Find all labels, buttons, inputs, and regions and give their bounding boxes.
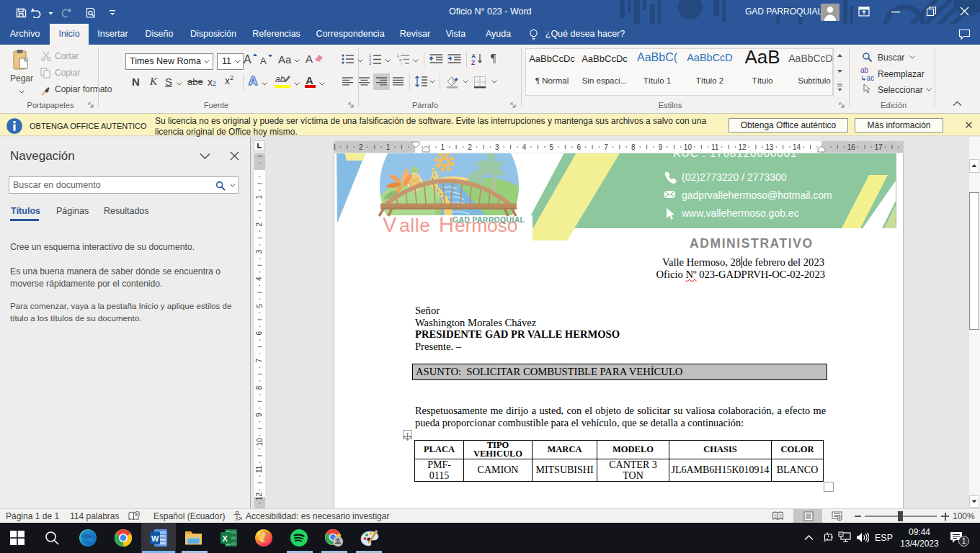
svg-text:10: 10 — [684, 143, 692, 151]
svg-text:1: 1 — [256, 195, 264, 199]
svg-text:6: 6 — [256, 331, 264, 336]
svg-text:Z: Z — [471, 59, 475, 66]
svg-text:6: 6 — [576, 143, 581, 151]
svg-text:1: 1 — [440, 143, 445, 151]
svg-text:4: 4 — [256, 276, 264, 281]
svg-text:W: W — [151, 534, 159, 543]
svg-text:2: 2 — [256, 222, 264, 226]
svg-text:14: 14 — [793, 143, 801, 151]
svg-text:2: 2 — [359, 143, 363, 151]
svg-text:RUC : 1768126000001: RUC : 1768126000001 — [673, 153, 797, 159]
svg-text:alle: alle — [399, 215, 431, 236]
svg-text:GAD PARROQUIAL: GAD PARROQUIAL — [453, 215, 525, 224]
svg-text:H: H — [439, 213, 454, 236]
svg-text:11: 11 — [256, 465, 264, 473]
svg-text:10: 10 — [256, 438, 264, 446]
svg-text:2: 2 — [468, 143, 472, 151]
svg-text:X: X — [223, 534, 228, 543]
svg-text:3: 3 — [334, 143, 336, 151]
svg-text:8: 8 — [256, 385, 264, 390]
svg-text:5: 5 — [256, 304, 264, 308]
svg-text:7: 7 — [604, 143, 608, 151]
svg-text:11: 11 — [711, 143, 719, 151]
svg-text:ADMINISTRATIVO: ADMINISTRATIVO — [690, 236, 814, 251]
svg-text:17: 17 — [874, 143, 883, 151]
svg-text:gadprvallehermoso@hotmail.com: gadprvallehermoso@hotmail.com — [682, 189, 832, 201]
svg-text:(02)2773220 / 2773300: (02)2773220 / 2773300 — [682, 171, 787, 183]
svg-text:12: 12 — [738, 143, 747, 151]
svg-text:www.vallehermoso.gob.ec: www.vallehermoso.gob.ec — [681, 207, 799, 219]
svg-text:16: 16 — [847, 143, 856, 151]
svg-text:13: 13 — [765, 143, 774, 151]
svg-text:9: 9 — [256, 413, 264, 417]
svg-text:8: 8 — [631, 143, 636, 151]
svg-text:12: 12 — [256, 493, 264, 501]
svg-text:3: 3 — [256, 249, 264, 253]
svg-text:V: V — [383, 213, 397, 236]
svg-text:4: 4 — [522, 143, 527, 151]
svg-text:i: i — [401, 61, 402, 65]
svg-text:3: 3 — [369, 61, 371, 65]
svg-text:9: 9 — [659, 143, 663, 151]
svg-text:1: 1 — [386, 143, 391, 151]
svg-text:3: 3 — [495, 143, 499, 151]
svg-text:5: 5 — [550, 143, 554, 151]
svg-text:7: 7 — [256, 358, 264, 362]
